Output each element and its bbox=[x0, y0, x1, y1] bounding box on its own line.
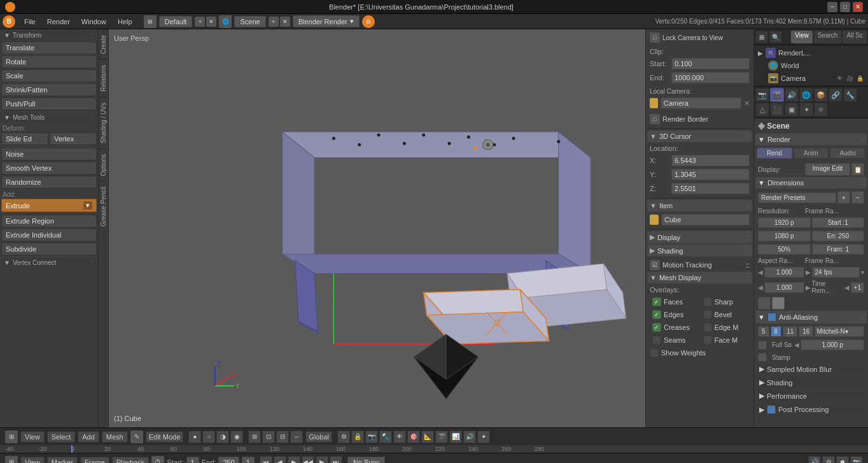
pb-start-input[interactable]: 1 bbox=[186, 457, 199, 464]
scale-input[interactable]: 50% bbox=[758, 244, 811, 255]
frame-start-btn[interactable]: Start :1 bbox=[812, 217, 865, 228]
playback-extra-1[interactable]: ⚙ bbox=[822, 456, 835, 464]
vertex-connect-header[interactable]: ▼ Vertex Connect :: bbox=[1, 258, 97, 267]
prev-frame-btn[interactable]: ◀ bbox=[274, 456, 286, 464]
scene-dropdown[interactable]: Scene bbox=[234, 16, 265, 27]
face-m-checkbox[interactable] bbox=[703, 336, 712, 345]
remove-workspace[interactable]: ✕ bbox=[206, 17, 216, 27]
extrude-button[interactable]: Extrude ▾ bbox=[1, 199, 97, 212]
menu-window[interactable]: Window bbox=[76, 17, 111, 27]
solid-shade-btn[interactable]: ● bbox=[188, 431, 201, 443]
no-sync-btn[interactable]: No Sync bbox=[347, 457, 386, 464]
translate-button[interactable]: Translate bbox=[1, 41, 97, 54]
extra-btn-11[interactable]: ✦ bbox=[477, 431, 490, 443]
play-btn[interactable]: ▶ bbox=[288, 456, 300, 464]
nav-tab-search[interactable]: Search bbox=[814, 31, 842, 43]
next-frame-btn[interactable]: ▶ bbox=[316, 456, 328, 464]
display-value[interactable]: Image Edit bbox=[805, 163, 850, 176]
aspect-y-input[interactable]: 1.000 bbox=[764, 282, 804, 293]
dimensions-header[interactable]: ▼ Dimensions :: bbox=[755, 177, 867, 189]
extra-btn-10[interactable]: 🔊 bbox=[463, 431, 476, 443]
item-header[interactable]: ▼ Item :: bbox=[647, 200, 752, 211]
vp-btn-2[interactable]: ⊡ bbox=[262, 431, 275, 443]
aa-btn-8[interactable]: 8 bbox=[771, 326, 782, 337]
wire-shade-btn[interactable]: ○ bbox=[202, 431, 215, 443]
vp-btn-1[interactable]: ⊞ bbox=[248, 431, 261, 443]
jump-end-btn[interactable]: ⏭ bbox=[330, 456, 342, 464]
anim-tab[interactable]: Anim bbox=[794, 148, 829, 159]
edges-checkbox[interactable]: ✓ bbox=[652, 310, 661, 319]
prop-icon-texture[interactable]: ▣ bbox=[785, 103, 799, 117]
cursor-y-input[interactable]: 1.3045 bbox=[671, 169, 750, 180]
cube-input[interactable]: Cube bbox=[661, 214, 750, 225]
prop-icon-world[interactable]: 🌐 bbox=[799, 88, 813, 102]
frame-end-btn[interactable]: En: 250 bbox=[812, 231, 865, 241]
cursor-3d-header[interactable]: ▼ 3D Cursor :: bbox=[647, 131, 752, 142]
camera-tree-item[interactable]: 📷 Camera 👁 🎥 🔒 bbox=[755, 72, 867, 85]
stamp-checkbox[interactable] bbox=[758, 353, 767, 362]
render-border-toggle[interactable]: □ bbox=[650, 114, 660, 124]
width-input[interactable]: 1920 p bbox=[758, 217, 811, 228]
global-select[interactable]: Global bbox=[305, 431, 332, 443]
playback-extra-2[interactable]: 📷 bbox=[850, 456, 863, 464]
subdivide-button[interactable]: Subdivide bbox=[1, 243, 97, 255]
mesh-display-header[interactable]: ▼ Mesh Display :: bbox=[647, 272, 752, 283]
tab-shading-uvs[interactable]: Shading / UVs bbox=[99, 97, 108, 148]
post-processing-checkbox[interactable] bbox=[767, 405, 776, 414]
nav-icon-2[interactable]: 🔍 bbox=[769, 31, 782, 43]
height-input[interactable]: 1080 p bbox=[758, 231, 811, 241]
camera-lock-icon[interactable]: 🔒 bbox=[855, 74, 864, 83]
bevel-checkbox[interactable] bbox=[703, 310, 712, 319]
extra-btn-9[interactable]: 📊 bbox=[449, 431, 462, 443]
prop-icon-physics[interactable]: ⚛ bbox=[814, 103, 828, 117]
extra-btn-7[interactable]: 📐 bbox=[421, 431, 434, 443]
randomize-button[interactable]: Randomize bbox=[1, 176, 97, 189]
material-shade-btn[interactable]: ◑ bbox=[216, 431, 229, 443]
menu-render[interactable]: Render bbox=[42, 17, 75, 27]
prop-icon-material[interactable]: ⬛ bbox=[770, 103, 784, 117]
remove-scene[interactable]: ✕ bbox=[280, 17, 290, 27]
rec-btn[interactable]: ⏺ bbox=[836, 456, 849, 464]
time-value[interactable]: +1 bbox=[851, 282, 864, 293]
maximize-button[interactable]: □ bbox=[840, 2, 850, 12]
tab-grease-pencil[interactable]: Grease Pencil bbox=[99, 181, 108, 232]
extra-btn-2[interactable]: 🔒 bbox=[351, 431, 364, 443]
audio-toggle-btn[interactable]: 🔊 bbox=[808, 456, 821, 464]
view-menu-btn[interactable]: View bbox=[20, 431, 45, 443]
transform-header[interactable]: ▼ Transform :: bbox=[1, 31, 97, 40]
viewport[interactable]: User Persp bbox=[109, 29, 645, 427]
extra-btn-1[interactable]: ⚙ bbox=[337, 431, 350, 443]
extra-btn-4[interactable]: 🔦 bbox=[379, 431, 392, 443]
faces-checkbox[interactable]: ✓ bbox=[652, 297, 661, 306]
tab-create[interactable]: Create bbox=[99, 29, 108, 59]
cursor-z-input[interactable]: 2.5501 bbox=[671, 183, 750, 194]
lock-camera-toggle[interactable]: □ bbox=[650, 32, 660, 43]
preset-add-btn[interactable]: + bbox=[837, 191, 850, 204]
play-reverse-btn[interactable]: ◀◀ bbox=[302, 456, 314, 464]
menu-file[interactable]: File bbox=[19, 17, 41, 27]
mesh-menu-btn[interactable]: Mesh bbox=[102, 431, 128, 443]
aspect-x-input[interactable]: 1.000 bbox=[764, 267, 804, 278]
extrude-dropdown[interactable]: ▾ bbox=[83, 201, 92, 210]
playback-playback-btn[interactable]: Playback bbox=[112, 457, 150, 464]
menu-help[interactable]: Help bbox=[113, 17, 137, 27]
minimize-button[interactable]: ─ bbox=[827, 2, 837, 12]
prop-icon-particles[interactable]: ✦ bbox=[799, 103, 813, 117]
camera-render-icon[interactable]: 🎥 bbox=[845, 74, 854, 83]
extra-btn-3[interactable]: 📷 bbox=[365, 431, 378, 443]
performance-section[interactable]: ▶ Performance bbox=[755, 390, 867, 402]
nav-tab-all[interactable]: All Sc bbox=[843, 31, 867, 43]
tab-options[interactable]: Options bbox=[99, 148, 108, 181]
add-menu-btn[interactable]: Add bbox=[78, 431, 99, 443]
fps-select[interactable]: 24 fps bbox=[812, 267, 860, 278]
render-section-header[interactable]: ▼ Render :: bbox=[755, 134, 867, 145]
clip-start-input[interactable]: 0.100 bbox=[671, 58, 750, 69]
frame-cur-btn[interactable]: Fram: 1 bbox=[812, 244, 865, 255]
edge-m-checkbox[interactable] bbox=[703, 323, 712, 332]
display-extra-btn[interactable]: 📋 bbox=[851, 163, 864, 176]
prop-icon-object[interactable]: 📦 bbox=[814, 88, 828, 102]
push-pull-button[interactable]: Push/Pull bbox=[1, 97, 97, 110]
noise-button[interactable]: Noise bbox=[1, 148, 97, 160]
seams-checkbox[interactable] bbox=[652, 336, 661, 345]
extra-btn-6[interactable]: 🎯 bbox=[407, 431, 420, 443]
